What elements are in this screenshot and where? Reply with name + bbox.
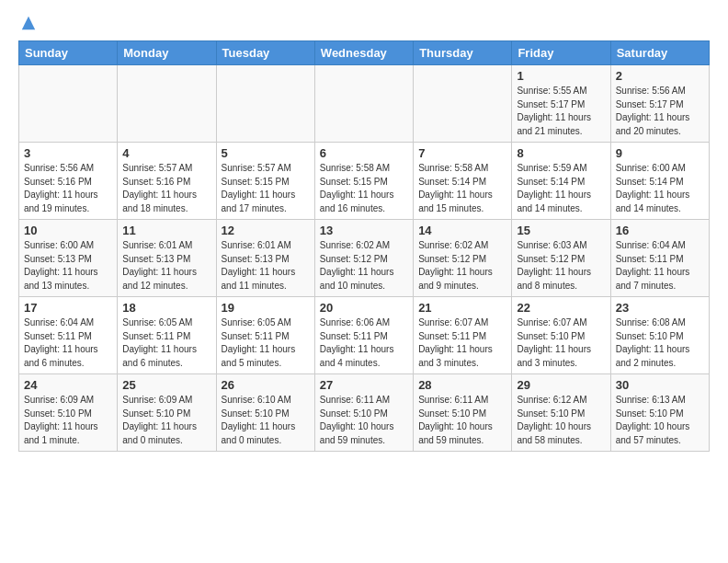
day-number: 9 <box>616 146 704 160</box>
day-info: Sunrise: 6:09 AM Sunset: 5:10 PM Dayligh… <box>122 394 210 447</box>
day-info: Sunrise: 6:03 AM Sunset: 5:12 PM Dayligh… <box>517 239 605 293</box>
page: SundayMondayTuesdayWednesdayThursdayFrid… <box>0 0 728 466</box>
day-info: Sunrise: 5:55 AM Sunset: 5:17 PM Dayligh… <box>517 85 605 138</box>
calendar-cell: 4Sunrise: 5:57 AM Sunset: 5:16 PM Daylig… <box>118 143 216 220</box>
calendar-cell: 15Sunrise: 6:03 AM Sunset: 5:12 PM Dayli… <box>512 220 610 297</box>
calendar-cell: 27Sunrise: 6:11 AM Sunset: 5:10 PM Dayli… <box>314 374 413 452</box>
calendar-cell <box>414 65 512 143</box>
day-info: Sunrise: 6:05 AM Sunset: 5:11 PM Dayligh… <box>222 316 310 370</box>
day-number: 10 <box>24 224 112 237</box>
calendar-cell: 11Sunrise: 6:01 AM Sunset: 5:13 PM Dayli… <box>118 220 216 297</box>
day-number: 15 <box>517 224 605 237</box>
day-info: Sunrise: 5:56 AM Sunset: 5:16 PM Dayligh… <box>24 162 112 215</box>
day-info: Sunrise: 6:00 AM Sunset: 5:14 PM Dayligh… <box>616 162 704 215</box>
day-info: Sunrise: 6:05 AM Sunset: 5:11 PM Dayligh… <box>122 316 210 370</box>
day-info: Sunrise: 5:57 AM Sunset: 5:15 PM Dayligh… <box>222 162 310 215</box>
calendar-cell: 19Sunrise: 6:05 AM Sunset: 5:11 PM Dayli… <box>216 297 314 374</box>
calendar-cell <box>19 65 118 143</box>
calendar-week-row: 3Sunrise: 5:56 AM Sunset: 5:16 PM Daylig… <box>19 143 710 220</box>
calendar-cell: 1Sunrise: 5:55 AM Sunset: 5:17 PM Daylig… <box>512 65 610 143</box>
day-number: 19 <box>222 301 310 315</box>
calendar-cell: 13Sunrise: 6:02 AM Sunset: 5:12 PM Dayli… <box>314 220 413 297</box>
calendar-cell: 28Sunrise: 6:11 AM Sunset: 5:10 PM Dayli… <box>414 374 512 452</box>
day-number: 13 <box>320 224 408 237</box>
day-info: Sunrise: 6:04 AM Sunset: 5:11 PM Dayligh… <box>24 316 112 370</box>
day-info: Sunrise: 6:09 AM Sunset: 5:10 PM Dayligh… <box>24 394 112 447</box>
calendar-week-row: 24Sunrise: 6:09 AM Sunset: 5:10 PM Dayli… <box>19 374 710 452</box>
day-number: 12 <box>222 224 310 237</box>
weekday-header-wednesday: Wednesday <box>314 41 413 65</box>
day-number: 21 <box>418 301 506 315</box>
calendar-cell: 26Sunrise: 6:10 AM Sunset: 5:10 PM Dayli… <box>216 374 314 452</box>
day-number: 1 <box>517 69 605 83</box>
day-number: 23 <box>616 301 704 315</box>
day-info: Sunrise: 6:06 AM Sunset: 5:11 PM Dayligh… <box>320 316 408 370</box>
day-number: 11 <box>122 224 210 237</box>
calendar-cell <box>216 65 314 143</box>
day-info: Sunrise: 6:11 AM Sunset: 5:10 PM Dayligh… <box>320 394 408 447</box>
calendar-week-row: 10Sunrise: 6:00 AM Sunset: 5:13 PM Dayli… <box>19 220 710 297</box>
day-number: 28 <box>418 378 506 392</box>
calendar-cell: 8Sunrise: 5:59 AM Sunset: 5:14 PM Daylig… <box>512 143 610 220</box>
svg-marker-0 <box>22 17 35 29</box>
day-number: 26 <box>222 378 310 392</box>
calendar-cell: 2Sunrise: 5:56 AM Sunset: 5:17 PM Daylig… <box>610 65 709 143</box>
weekday-header-monday: Monday <box>118 41 216 65</box>
day-number: 25 <box>122 378 210 392</box>
calendar-cell: 25Sunrise: 6:09 AM Sunset: 5:10 PM Dayli… <box>118 374 216 452</box>
calendar-cell: 18Sunrise: 6:05 AM Sunset: 5:11 PM Dayli… <box>118 297 216 374</box>
calendar-cell: 7Sunrise: 5:58 AM Sunset: 5:14 PM Daylig… <box>414 143 512 220</box>
logo-text <box>18 15 37 31</box>
day-info: Sunrise: 6:04 AM Sunset: 5:11 PM Dayligh… <box>616 239 704 293</box>
day-info: Sunrise: 6:13 AM Sunset: 5:10 PM Dayligh… <box>616 394 704 447</box>
day-number: 7 <box>418 146 506 160</box>
logo-icon <box>20 15 37 31</box>
calendar-cell: 6Sunrise: 5:58 AM Sunset: 5:15 PM Daylig… <box>314 143 413 220</box>
calendar-cell: 10Sunrise: 6:00 AM Sunset: 5:13 PM Dayli… <box>19 220 118 297</box>
calendar-cell: 16Sunrise: 6:04 AM Sunset: 5:11 PM Dayli… <box>610 220 709 297</box>
calendar-table: SundayMondayTuesdayWednesdayThursdayFrid… <box>18 40 710 452</box>
calendar-cell: 17Sunrise: 6:04 AM Sunset: 5:11 PM Dayli… <box>19 297 118 374</box>
day-number: 4 <box>122 146 210 160</box>
calendar-cell: 30Sunrise: 6:13 AM Sunset: 5:10 PM Dayli… <box>610 374 709 452</box>
day-info: Sunrise: 6:07 AM Sunset: 5:10 PM Dayligh… <box>517 316 605 370</box>
calendar-cell: 14Sunrise: 6:02 AM Sunset: 5:12 PM Dayli… <box>414 220 512 297</box>
header <box>18 15 710 31</box>
day-info: Sunrise: 6:08 AM Sunset: 5:10 PM Dayligh… <box>616 316 704 370</box>
weekday-header-tuesday: Tuesday <box>216 41 314 65</box>
day-info: Sunrise: 6:00 AM Sunset: 5:13 PM Dayligh… <box>24 239 112 293</box>
weekday-header-friday: Friday <box>512 41 610 65</box>
day-number: 5 <box>222 146 310 160</box>
day-number: 20 <box>320 301 408 315</box>
day-number: 6 <box>320 146 408 160</box>
day-info: Sunrise: 5:57 AM Sunset: 5:16 PM Dayligh… <box>122 162 210 215</box>
day-number: 18 <box>122 301 210 315</box>
day-info: Sunrise: 6:12 AM Sunset: 5:10 PM Dayligh… <box>517 394 605 447</box>
calendar-cell <box>118 65 216 143</box>
calendar-cell: 23Sunrise: 6:08 AM Sunset: 5:10 PM Dayli… <box>610 297 709 374</box>
day-info: Sunrise: 6:01 AM Sunset: 5:13 PM Dayligh… <box>222 239 310 293</box>
calendar-cell: 5Sunrise: 5:57 AM Sunset: 5:15 PM Daylig… <box>216 143 314 220</box>
day-info: Sunrise: 5:56 AM Sunset: 5:17 PM Dayligh… <box>616 85 704 138</box>
day-info: Sunrise: 5:59 AM Sunset: 5:14 PM Dayligh… <box>517 162 605 215</box>
calendar-week-row: 1Sunrise: 5:55 AM Sunset: 5:17 PM Daylig… <box>19 65 710 143</box>
weekday-header-sunday: Sunday <box>19 41 118 65</box>
day-number: 2 <box>616 69 704 83</box>
calendar-cell: 22Sunrise: 6:07 AM Sunset: 5:10 PM Dayli… <box>512 297 610 374</box>
day-number: 22 <box>517 301 605 315</box>
weekday-header-thursday: Thursday <box>414 41 512 65</box>
calendar-cell: 20Sunrise: 6:06 AM Sunset: 5:11 PM Dayli… <box>314 297 413 374</box>
weekday-header-saturday: Saturday <box>610 41 709 65</box>
day-info: Sunrise: 5:58 AM Sunset: 5:15 PM Dayligh… <box>320 162 408 215</box>
day-number: 29 <box>517 378 605 392</box>
calendar-cell: 3Sunrise: 5:56 AM Sunset: 5:16 PM Daylig… <box>19 143 118 220</box>
day-number: 16 <box>616 224 704 237</box>
day-info: Sunrise: 6:02 AM Sunset: 5:12 PM Dayligh… <box>418 239 506 293</box>
day-number: 3 <box>24 146 112 160</box>
day-info: Sunrise: 6:02 AM Sunset: 5:12 PM Dayligh… <box>320 239 408 293</box>
day-number: 17 <box>24 301 112 315</box>
day-number: 14 <box>418 224 506 237</box>
day-number: 27 <box>320 378 408 392</box>
day-number: 30 <box>616 378 704 392</box>
day-info: Sunrise: 5:58 AM Sunset: 5:14 PM Dayligh… <box>418 162 506 215</box>
